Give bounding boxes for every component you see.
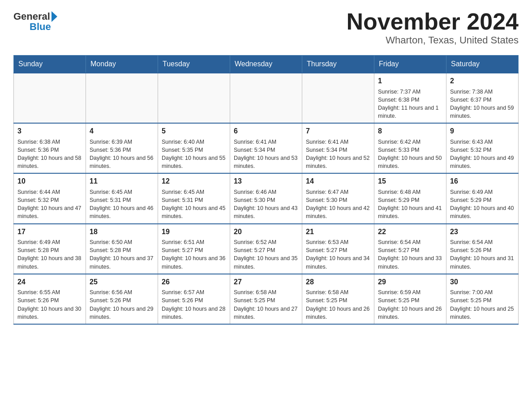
day-number: 6 xyxy=(234,126,298,136)
calendar-cell: 1Sunrise: 7:37 AM Sunset: 6:38 PM Daylig… xyxy=(374,73,446,123)
day-number: 9 xyxy=(450,126,515,136)
calendar-header-thursday: Thursday xyxy=(302,56,374,73)
logo-blue: Blue xyxy=(30,22,51,32)
day-number: 2 xyxy=(450,76,515,86)
day-info: Sunrise: 6:48 AM Sunset: 5:29 PM Dayligh… xyxy=(378,189,442,220)
calendar-header-saturday: Saturday xyxy=(446,56,519,73)
calendar-header-tuesday: Tuesday xyxy=(158,56,230,73)
day-info: Sunrise: 6:41 AM Sunset: 5:34 PM Dayligh… xyxy=(234,139,297,170)
calendar-title: November 2024 xyxy=(347,9,519,34)
day-number: 25 xyxy=(90,277,154,287)
day-number: 16 xyxy=(450,176,515,186)
day-info: Sunrise: 6:39 AM Sunset: 5:36 PM Dayligh… xyxy=(90,139,153,170)
day-number: 29 xyxy=(378,277,442,287)
day-info: Sunrise: 6:49 AM Sunset: 5:29 PM Dayligh… xyxy=(450,189,514,220)
calendar-cell: 9Sunrise: 6:43 AM Sunset: 5:32 PM Daylig… xyxy=(446,123,519,173)
calendar-week-row-0: 1Sunrise: 7:37 AM Sunset: 6:38 PM Daylig… xyxy=(14,73,519,123)
logo-arrow-icon xyxy=(51,11,57,22)
day-number: 10 xyxy=(17,176,82,186)
day-info: Sunrise: 7:38 AM Sunset: 6:37 PM Dayligh… xyxy=(450,89,514,120)
day-info: Sunrise: 6:50 AM Sunset: 5:28 PM Dayligh… xyxy=(90,239,153,270)
day-info: Sunrise: 6:52 AM Sunset: 5:27 PM Dayligh… xyxy=(234,239,297,270)
calendar-cell: 12Sunrise: 6:45 AM Sunset: 5:31 PM Dayli… xyxy=(158,173,230,223)
day-info: Sunrise: 6:45 AM Sunset: 5:31 PM Dayligh… xyxy=(90,189,153,220)
day-info: Sunrise: 6:49 AM Sunset: 5:28 PM Dayligh… xyxy=(17,239,81,270)
calendar-cell: 22Sunrise: 6:54 AM Sunset: 5:27 PM Dayli… xyxy=(374,224,446,274)
calendar-cell xyxy=(158,73,230,123)
day-number: 13 xyxy=(234,176,298,186)
day-info: Sunrise: 6:40 AM Sunset: 5:35 PM Dayligh… xyxy=(162,139,225,170)
calendar-header-monday: Monday xyxy=(86,56,158,73)
calendar-cell: 11Sunrise: 6:45 AM Sunset: 5:31 PM Dayli… xyxy=(86,173,158,223)
day-info: Sunrise: 6:43 AM Sunset: 5:32 PM Dayligh… xyxy=(450,139,514,170)
day-info: Sunrise: 6:56 AM Sunset: 5:26 PM Dayligh… xyxy=(90,289,153,320)
calendar-cell: 8Sunrise: 6:42 AM Sunset: 5:33 PM Daylig… xyxy=(374,123,446,173)
calendar-week-row-1: 3Sunrise: 6:38 AM Sunset: 5:36 PM Daylig… xyxy=(14,123,519,173)
day-number: 27 xyxy=(234,277,298,287)
calendar-week-row-3: 17Sunrise: 6:49 AM Sunset: 5:28 PM Dayli… xyxy=(14,224,519,274)
calendar-cell xyxy=(230,73,302,123)
calendar-cell: 25Sunrise: 6:56 AM Sunset: 5:26 PM Dayli… xyxy=(86,274,158,324)
calendar-cell: 5Sunrise: 6:40 AM Sunset: 5:35 PM Daylig… xyxy=(158,123,230,173)
day-info: Sunrise: 6:44 AM Sunset: 5:32 PM Dayligh… xyxy=(17,189,81,220)
day-number: 30 xyxy=(450,277,515,287)
day-info: Sunrise: 6:58 AM Sunset: 5:25 PM Dayligh… xyxy=(306,289,369,320)
calendar-cell: 15Sunrise: 6:48 AM Sunset: 5:29 PM Dayli… xyxy=(374,173,446,223)
title-section: November 2024 Wharton, Texas, United Sta… xyxy=(347,9,519,46)
day-number: 19 xyxy=(162,227,226,237)
calendar-cell: 20Sunrise: 6:52 AM Sunset: 5:27 PM Dayli… xyxy=(230,224,302,274)
day-info: Sunrise: 6:46 AM Sunset: 5:30 PM Dayligh… xyxy=(234,189,297,220)
day-number: 7 xyxy=(306,126,370,136)
page-header: General Blue November 2024 Wharton, Texa… xyxy=(13,9,519,46)
calendar-cell: 4Sunrise: 6:39 AM Sunset: 5:36 PM Daylig… xyxy=(86,123,158,173)
day-info: Sunrise: 6:41 AM Sunset: 5:34 PM Dayligh… xyxy=(306,139,369,170)
calendar-cell: 6Sunrise: 6:41 AM Sunset: 5:34 PM Daylig… xyxy=(230,123,302,173)
day-number: 20 xyxy=(234,227,298,237)
day-info: Sunrise: 6:42 AM Sunset: 5:33 PM Dayligh… xyxy=(378,139,442,170)
day-info: Sunrise: 6:59 AM Sunset: 5:25 PM Dayligh… xyxy=(378,289,442,320)
day-number: 12 xyxy=(162,176,226,186)
calendar-week-row-2: 10Sunrise: 6:44 AM Sunset: 5:32 PM Dayli… xyxy=(14,173,519,223)
calendar-cell: 28Sunrise: 6:58 AM Sunset: 5:25 PM Dayli… xyxy=(302,274,374,324)
day-info: Sunrise: 6:38 AM Sunset: 5:36 PM Dayligh… xyxy=(17,139,81,170)
calendar-cell: 23Sunrise: 6:54 AM Sunset: 5:26 PM Dayli… xyxy=(446,224,519,274)
calendar-cell: 7Sunrise: 6:41 AM Sunset: 5:34 PM Daylig… xyxy=(302,123,374,173)
calendar-subtitle: Wharton, Texas, United States xyxy=(347,34,519,46)
calendar-cell: 14Sunrise: 6:47 AM Sunset: 5:30 PM Dayli… xyxy=(302,173,374,223)
day-info: Sunrise: 6:47 AM Sunset: 5:30 PM Dayligh… xyxy=(306,189,369,220)
calendar-cell: 27Sunrise: 6:58 AM Sunset: 5:25 PM Dayli… xyxy=(230,274,302,324)
calendar-cell: 21Sunrise: 6:53 AM Sunset: 5:27 PM Dayli… xyxy=(302,224,374,274)
day-info: Sunrise: 6:54 AM Sunset: 5:27 PM Dayligh… xyxy=(378,239,442,270)
day-number: 21 xyxy=(306,227,370,237)
calendar-header-friday: Friday xyxy=(374,56,446,73)
day-info: Sunrise: 6:54 AM Sunset: 5:26 PM Dayligh… xyxy=(450,239,514,270)
day-info: Sunrise: 6:45 AM Sunset: 5:31 PM Dayligh… xyxy=(162,189,225,220)
calendar-table: SundayMondayTuesdayWednesdayThursdayFrid… xyxy=(13,55,519,325)
calendar-cell: 30Sunrise: 7:00 AM Sunset: 5:25 PM Dayli… xyxy=(446,274,519,324)
day-info: Sunrise: 6:53 AM Sunset: 5:27 PM Dayligh… xyxy=(306,239,369,270)
calendar-cell: 29Sunrise: 6:59 AM Sunset: 5:25 PM Dayli… xyxy=(374,274,446,324)
day-number: 8 xyxy=(378,126,442,136)
calendar-cell xyxy=(14,73,86,123)
calendar-cell: 17Sunrise: 6:49 AM Sunset: 5:28 PM Dayli… xyxy=(14,224,86,274)
day-number: 15 xyxy=(378,176,442,186)
day-number: 3 xyxy=(17,126,82,136)
calendar-week-row-4: 24Sunrise: 6:55 AM Sunset: 5:26 PM Dayli… xyxy=(14,274,519,324)
day-info: Sunrise: 6:57 AM Sunset: 5:26 PM Dayligh… xyxy=(162,289,225,320)
calendar-cell: 10Sunrise: 6:44 AM Sunset: 5:32 PM Dayli… xyxy=(14,173,86,223)
day-info: Sunrise: 7:00 AM Sunset: 5:25 PM Dayligh… xyxy=(450,289,514,320)
day-number: 28 xyxy=(306,277,370,287)
day-number: 26 xyxy=(162,277,226,287)
calendar-cell xyxy=(302,73,374,123)
calendar-header-sunday: Sunday xyxy=(14,56,86,73)
day-number: 11 xyxy=(90,176,154,186)
calendar-cell xyxy=(86,73,158,123)
logo-general: General xyxy=(13,12,50,21)
calendar-cell: 3Sunrise: 6:38 AM Sunset: 5:36 PM Daylig… xyxy=(14,123,86,173)
day-number: 5 xyxy=(162,126,226,136)
day-number: 23 xyxy=(450,227,515,237)
logo: General Blue xyxy=(13,9,57,32)
day-info: Sunrise: 6:58 AM Sunset: 5:25 PM Dayligh… xyxy=(234,289,297,320)
day-number: 22 xyxy=(378,227,442,237)
day-number: 4 xyxy=(90,126,154,136)
